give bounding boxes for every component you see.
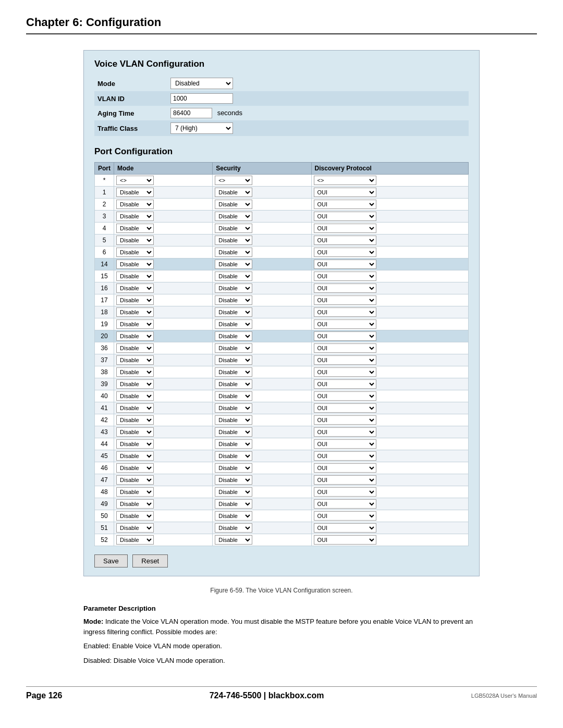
port-security-select[interactable]: DisableEnable [215, 535, 252, 545]
port-mode-select[interactable]: DisableAutoForced [116, 224, 154, 233]
port-mode-select[interactable]: DisableAutoForced [116, 248, 154, 257]
port-security-select[interactable]: DisableEnable [215, 200, 252, 209]
port-mode-select[interactable]: DisableAutoForced [116, 331, 154, 341]
port-mode-select[interactable]: DisableAutoForced [116, 463, 154, 473]
port-discovery-select[interactable]: OUILLDPBoth [314, 283, 376, 293]
port-security-select[interactable]: DisableEnable [215, 499, 252, 509]
port-discovery-select[interactable]: OUILLDPBoth [314, 295, 376, 305]
port-mode-select[interactable]: DisableAutoForced [116, 319, 154, 329]
vlanid-input[interactable] [170, 93, 233, 104]
port-discovery-select[interactable]: OUILLDPBoth [314, 403, 376, 413]
port-security-select[interactable]: DisableEnable [215, 343, 252, 353]
traffic-select[interactable]: 7 (High) 6 5 4 3 2 1 0 [170, 122, 233, 134]
port-security-select[interactable]: DisableEnable [215, 295, 252, 305]
port-mode-select[interactable]: DisableAutoForced [116, 487, 154, 497]
port-security-select[interactable]: DisableEnable [215, 283, 252, 293]
port-discovery-select[interactable]: OUILLDPBoth [314, 319, 376, 329]
port-discovery-select[interactable]: OUILLDPBoth [314, 499, 376, 509]
port-discovery-select[interactable]: OUILLDPBoth [314, 200, 376, 209]
port-discovery-select[interactable]: OUILLDPBoth [314, 248, 376, 257]
port-mode-select[interactable]: DisableAutoForced [116, 367, 154, 377]
port-discovery-select[interactable]: OUILLDPBoth [314, 535, 376, 545]
port-security-select[interactable]: DisableEnable [215, 511, 252, 521]
wildcard-discovery-select[interactable]: <> OUI LLDP Both [314, 176, 376, 185]
port-security-select[interactable]: DisableEnable [215, 403, 252, 413]
port-security-select[interactable]: DisableEnable [215, 367, 252, 377]
port-security-select[interactable]: DisableEnable [215, 224, 252, 233]
port-mode-select[interactable]: DisableAutoForced [116, 403, 154, 413]
port-security-select[interactable]: DisableEnable [215, 319, 252, 329]
port-mode-select[interactable]: DisableAutoForced [116, 535, 154, 545]
port-mode-select[interactable]: DisableAutoForced [116, 236, 154, 245]
port-mode-select[interactable]: DisableAutoForced [116, 355, 154, 365]
port-security-select[interactable]: DisableEnable [215, 248, 252, 257]
port-mode-select[interactable]: DisableAutoForced [116, 439, 154, 449]
port-mode-select[interactable]: DisableAutoForced [116, 475, 154, 485]
port-mode-select[interactable]: DisableAutoForced [116, 307, 154, 317]
port-discovery-select[interactable]: OUILLDPBoth [314, 427, 376, 437]
port-discovery-select[interactable]: OUILLDPBoth [314, 511, 376, 521]
port-mode-select[interactable]: DisableAutoForced [116, 212, 154, 221]
port-security-select[interactable]: DisableEnable [215, 439, 252, 449]
port-discovery-select[interactable]: OUILLDPBoth [314, 439, 376, 449]
port-security-select[interactable]: DisableEnable [215, 391, 252, 401]
port-mode-select[interactable]: DisableAutoForced [116, 391, 154, 401]
port-discovery-select[interactable]: OUILLDPBoth [314, 523, 376, 533]
port-discovery-select[interactable]: OUILLDPBoth [314, 188, 376, 197]
wildcard-mode-select[interactable]: <> Disable Auto Forced [116, 176, 154, 185]
port-security-select[interactable]: DisableEnable [215, 236, 252, 245]
port-discovery-select[interactable]: OUILLDPBoth [314, 463, 376, 473]
port-security-select[interactable]: DisableEnable [215, 379, 252, 389]
port-discovery-select[interactable]: OUILLDPBoth [314, 260, 376, 269]
port-security-select[interactable]: DisableEnable [215, 272, 252, 281]
port-security-select[interactable]: DisableEnable [215, 260, 252, 269]
port-discovery-select[interactable]: OUILLDPBoth [314, 451, 376, 461]
port-security-select[interactable]: DisableEnable [215, 427, 252, 437]
port-discovery-select[interactable]: OUILLDPBoth [314, 224, 376, 233]
port-discovery-select[interactable]: OUILLDPBoth [314, 355, 376, 365]
port-discovery-select[interactable]: OUILLDPBoth [314, 415, 376, 425]
port-security-select[interactable]: DisableEnable [215, 355, 252, 365]
port-security-select[interactable]: DisableEnable [215, 523, 252, 533]
port-security-select[interactable]: DisableEnable [215, 331, 252, 341]
port-mode-select[interactable]: DisableAutoForced [116, 260, 154, 269]
port-security-select[interactable]: DisableEnable [215, 487, 252, 497]
port-discovery-select[interactable]: OUILLDPBoth [314, 391, 376, 401]
port-security-select[interactable]: DisableEnable [215, 463, 252, 473]
port-mode-select[interactable]: DisableAutoForced [116, 415, 154, 425]
port-mode-select[interactable]: DisableAutoForced [116, 283, 154, 293]
wildcard-security-select[interactable]: <> Disable Enable [215, 176, 252, 185]
port-security-select[interactable]: DisableEnable [215, 451, 252, 461]
port-mode-select[interactable]: DisableAutoForced [116, 451, 154, 461]
port-security-select[interactable]: DisableEnable [215, 475, 252, 485]
port-mode-select[interactable]: DisableAutoForced [116, 499, 154, 509]
reset-button[interactable]: Reset [132, 554, 168, 567]
save-button[interactable]: Save [94, 554, 128, 567]
port-security-select[interactable]: DisableEnable [215, 212, 252, 221]
port-discovery-select[interactable]: OUILLDPBoth [314, 487, 376, 497]
port-mode-select[interactable]: DisableAutoForced [116, 343, 154, 353]
aging-input[interactable] [170, 108, 212, 118]
port-discovery-select[interactable]: OUILLDPBoth [314, 212, 376, 221]
port-security-select[interactable]: DisableEnable [215, 415, 252, 425]
port-security-select[interactable]: DisableEnable [215, 307, 252, 317]
port-mode-select[interactable]: DisableAutoForced [116, 272, 154, 281]
port-mode-cell: DisableAutoForced [114, 306, 213, 318]
mode-select[interactable]: Disabled Enabled [170, 78, 233, 89]
port-discovery-select[interactable]: OUILLDPBoth [314, 343, 376, 353]
port-discovery-select[interactable]: OUILLDPBoth [314, 307, 376, 317]
port-mode-select[interactable]: DisableAutoForced [116, 511, 154, 521]
port-mode-select[interactable]: DisableAutoForced [116, 200, 154, 209]
port-security-select[interactable]: DisableEnable [215, 188, 252, 197]
port-mode-select[interactable]: DisableAutoForced [116, 295, 154, 305]
port-discovery-select[interactable]: OUILLDPBoth [314, 475, 376, 485]
port-mode-select[interactable]: DisableAutoForced [116, 427, 154, 437]
port-mode-select[interactable]: DisableAutoForced [116, 379, 154, 389]
port-discovery-select[interactable]: OUILLDPBoth [314, 379, 376, 389]
port-discovery-select[interactable]: OUILLDPBoth [314, 236, 376, 245]
port-discovery-select[interactable]: OUILLDPBoth [314, 331, 376, 341]
port-discovery-select[interactable]: OUILLDPBoth [314, 272, 376, 281]
port-mode-select[interactable]: DisableAutoForced [116, 188, 154, 197]
port-mode-select[interactable]: DisableAutoForced [116, 523, 154, 533]
port-discovery-select[interactable]: OUILLDPBoth [314, 367, 376, 377]
